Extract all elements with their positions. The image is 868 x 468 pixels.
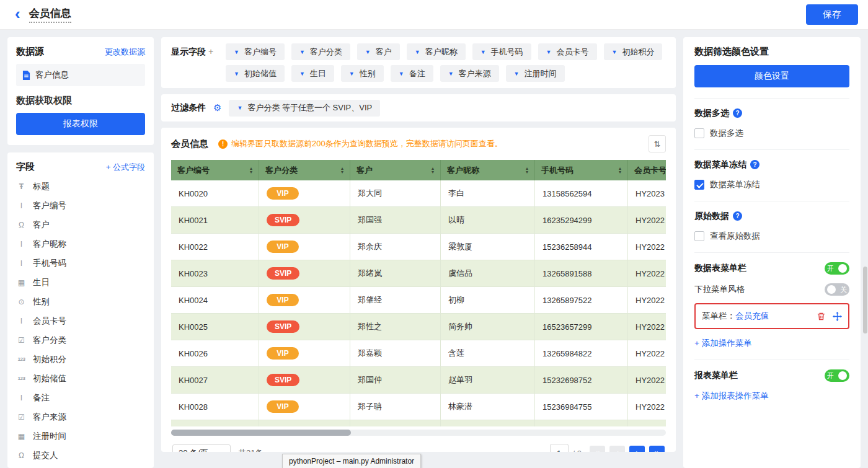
display-field-chip[interactable]: ▼ 会员卡号 bbox=[538, 43, 597, 60]
table-header-row: 客户编号 ▴ ▾ 客户分类 ▴ ▾ 客户 bbox=[171, 160, 666, 180]
sorter-icon[interactable]: ▴ ▾ bbox=[619, 167, 621, 174]
display-field-chip[interactable]: ▼ 客户分类 bbox=[291, 43, 350, 60]
table-row[interactable]: KH0026 VIP 郑嘉颖 含莲 13265984822 HY2022 bbox=[171, 340, 666, 367]
gear-icon[interactable]: ⚙ bbox=[213, 102, 221, 113]
table-header-cell[interactable]: 客户 ▴ ▾ bbox=[350, 160, 441, 180]
display-field-chip[interactable]: ▼ 客户昵称 bbox=[407, 43, 466, 60]
chevron-down-icon: ▼ bbox=[299, 49, 305, 55]
help-icon[interactable]: ? bbox=[750, 160, 760, 169]
datasource-item[interactable]: 客户信息 bbox=[16, 64, 145, 86]
formula-field-link[interactable]: + 公式字段 bbox=[106, 162, 145, 173]
field-item[interactable]: ▦ 生日 bbox=[16, 273, 145, 292]
next-page-button[interactable]: › bbox=[629, 446, 645, 453]
prev-page-button[interactable]: ‹ bbox=[609, 446, 625, 453]
display-field-chip[interactable]: ▼ 客户来源 bbox=[440, 65, 499, 82]
sorter-icon[interactable]: ▴ ▾ bbox=[526, 167, 528, 174]
change-datasource-link[interactable]: 更改数据源 bbox=[105, 46, 145, 58]
table-header-cell[interactable]: 客户昵称 ▴ ▾ bbox=[441, 160, 535, 180]
multi-select-row[interactable]: 数据多选 bbox=[694, 128, 849, 139]
multi-select-checkbox[interactable] bbox=[694, 128, 704, 138]
first-page-button[interactable]: « bbox=[590, 446, 605, 453]
field-item[interactable]: I 客户编号 bbox=[16, 196, 145, 215]
sort-order-button[interactable]: ⇅ bbox=[649, 135, 666, 152]
report-permission-button[interactable]: 报表权限 bbox=[16, 113, 145, 135]
dropdown-style-toggle[interactable]: 关 bbox=[825, 283, 849, 296]
table-row[interactable]: KH0024 VIP 郑肇经 初柳 13265897522 HY2022 bbox=[171, 287, 666, 314]
cell-customer-id: KH0021 bbox=[171, 207, 259, 234]
back-icon[interactable]: ‹ bbox=[15, 6, 20, 22]
display-field-chip[interactable]: ▼ 注册时间 bbox=[506, 65, 565, 82]
menu-freeze-row[interactable]: 数据菜单冻结 bbox=[694, 179, 849, 190]
display-field-chip[interactable]: ▼ 客户编号 bbox=[226, 43, 285, 60]
field-item[interactable]: ☑ 客户分类 bbox=[16, 330, 145, 350]
field-item[interactable]: I 手机号码 bbox=[16, 254, 145, 273]
add-display-field-button[interactable]: + bbox=[208, 46, 213, 56]
display-field-chip[interactable]: ▼ 性别 bbox=[341, 65, 384, 82]
add-report-menu-link[interactable]: + 添加报表操作菜单 bbox=[694, 391, 769, 402]
chevron-down-icon: ▼ bbox=[546, 49, 552, 55]
report-menubar-toggle[interactable]: 开 bbox=[825, 369, 849, 382]
cell-member-card: HY2022 bbox=[628, 340, 666, 367]
move-icon[interactable] bbox=[833, 312, 842, 321]
field-item[interactable]: I 备注 bbox=[16, 388, 145, 407]
raw-data-checkbox[interactable] bbox=[694, 231, 704, 241]
field-type-icon: ▦ bbox=[16, 432, 27, 441]
table-row[interactable]: KH0028 VIP 郑子聃 林豪潜 15236984755 HY2022 bbox=[171, 394, 666, 420]
table-row[interactable]: KH0020 VIP 郑大同 李白 13158562594 HY2023 bbox=[171, 180, 666, 207]
table-row[interactable]: KH0022 VIP 郑余庆 梁敦厦 15236258944 HY2022 bbox=[171, 234, 666, 260]
field-item[interactable]: Ω 提交人 bbox=[16, 446, 145, 465]
cell-customer-name: 郑肇经 bbox=[350, 287, 441, 314]
sorter-icon[interactable]: ▴ ▾ bbox=[250, 167, 252, 174]
field-item[interactable]: Ω 客户 bbox=[16, 215, 145, 234]
last-page-button[interactable]: » bbox=[649, 446, 665, 453]
category-badge: VIP bbox=[267, 347, 299, 360]
horizontal-scrollbar-thumb[interactable] bbox=[171, 430, 351, 436]
display-field-chip[interactable]: ▼ 生日 bbox=[291, 65, 334, 82]
cell-customer-name: 郑国仲 bbox=[350, 367, 441, 394]
chip-label: 生日 bbox=[310, 68, 326, 79]
current-page-box[interactable]: 1 bbox=[550, 444, 569, 452]
menu-item-box[interactable]: 菜单栏：会员充值 bbox=[694, 303, 849, 329]
field-item[interactable]: Ŧ 标题 bbox=[16, 177, 145, 196]
field-list: Ŧ 标题 I 客户编号 Ω 客户 I 客户昵称 bbox=[16, 177, 145, 465]
add-operation-menu-link[interactable]: + 添加操作菜单 bbox=[694, 338, 752, 349]
table-row[interactable]: KH0027 SVIP 郑国仲 赵单羽 15232698752 HY2022 bbox=[171, 367, 666, 394]
field-item[interactable]: 123 初始储值 bbox=[16, 369, 145, 388]
field-item[interactable]: 123 初始积分 bbox=[16, 350, 145, 369]
sorter-icon[interactable]: ▴ ▾ bbox=[341, 167, 343, 174]
window-scrollbar-thumb[interactable] bbox=[863, 267, 867, 333]
help-icon[interactable]: ? bbox=[733, 108, 742, 118]
table-header-cell[interactable]: 客户编号 ▴ ▾ bbox=[171, 160, 259, 180]
display-field-chip[interactable]: ▼ 备注 bbox=[391, 65, 433, 82]
cell-customer-name: 郑嘉颖 bbox=[350, 340, 441, 367]
menu-freeze-checkbox[interactable] bbox=[694, 180, 704, 190]
table-menubar-toggle[interactable]: 开 bbox=[825, 262, 849, 275]
table-header-cell[interactable]: 手机号码 ▴ ▾ bbox=[535, 160, 628, 180]
filter-condition-chip[interactable]: ▼ 客户分类 等于任意一个 SVIP、VIP bbox=[229, 100, 380, 117]
trash-icon[interactable] bbox=[817, 312, 826, 321]
sorter-icon[interactable]: ▴ ▾ bbox=[432, 167, 434, 174]
field-item[interactable]: I 会员卡号 bbox=[16, 311, 145, 330]
page-size-select[interactable]: 20 条/页 ▾ bbox=[172, 444, 231, 452]
horizontal-scrollbar[interactable] bbox=[171, 430, 666, 436]
raw-data-row[interactable]: 查看原始数据 bbox=[694, 231, 849, 242]
table-row[interactable]: SVIP bbox=[171, 420, 666, 426]
field-item[interactable]: I 客户昵称 bbox=[16, 234, 145, 254]
field-item[interactable]: ☑ 客户来源 bbox=[16, 407, 145, 426]
display-field-chip[interactable]: ▼ 初始储值 bbox=[226, 65, 285, 82]
save-button[interactable]: 保存 bbox=[806, 4, 858, 25]
display-field-chip[interactable]: ▼ 初始积分 bbox=[604, 43, 663, 60]
table-row[interactable]: KH0023 SVIP 郑绪岚 虞信品 13265891588 HY2022 bbox=[171, 260, 666, 287]
display-field-chip[interactable]: ▼ 客户 bbox=[357, 43, 400, 60]
field-item[interactable]: ▦ 注册时间 bbox=[16, 426, 145, 446]
table-row[interactable]: KH0025 SVIP 郑性之 简务帅 16523657299 HY2022 bbox=[171, 314, 666, 340]
display-field-chip[interactable]: ▼ 手机号码 bbox=[472, 43, 531, 60]
table-row[interactable]: KH0021 SVIP 郑国强 以晴 16235294299 HY2022 bbox=[171, 207, 666, 234]
menu-freeze-label: 数据菜单冻结 bbox=[710, 179, 760, 190]
color-setting-button[interactable]: 颜色设置 bbox=[694, 65, 849, 87]
table-header-cell[interactable]: 会员卡号 ▴ ▾ bbox=[628, 160, 666, 180]
table-header-cell[interactable]: 客户分类 ▴ ▾ bbox=[259, 160, 350, 180]
help-icon[interactable]: ? bbox=[733, 211, 742, 221]
field-item[interactable]: ⊙ 性别 bbox=[16, 292, 145, 311]
page-title[interactable]: 会员信息 bbox=[29, 6, 71, 23]
